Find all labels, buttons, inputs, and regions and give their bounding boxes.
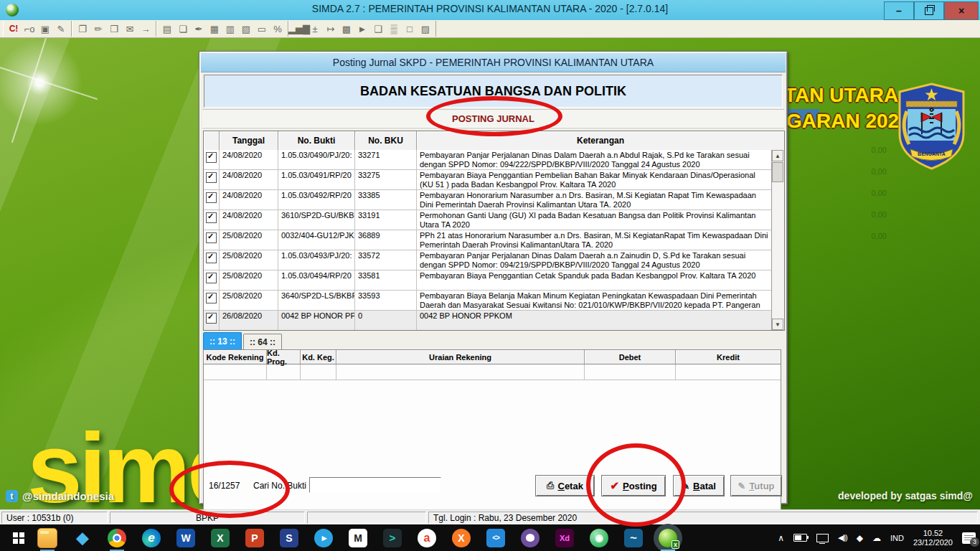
- copy-document-icon[interactable]: ❐: [75, 22, 90, 36]
- lock-icon[interactable]: ▣: [37, 22, 53, 36]
- journal-scrollbar[interactable]: ▲ ▼: [771, 150, 784, 330]
- row-checkbox[interactable]: [206, 152, 217, 163]
- table-icon[interactable]: ▒: [386, 22, 402, 36]
- taskbar-app-android-studio[interactable]: ◉: [590, 529, 608, 547]
- cardfile-icon[interactable]: ▥: [222, 22, 238, 36]
- export-icon[interactable]: ↦: [323, 22, 339, 36]
- chart-icon[interactable]: ▂▅▇: [291, 22, 307, 36]
- journal-row[interactable]: 24/08/2020 3610/SP2D-GU/BKBP 33191 Permo…: [204, 210, 772, 230]
- paste-icon[interactable]: ❒: [106, 22, 122, 36]
- column-header-check[interactable]: [204, 131, 220, 150]
- row-checkbox[interactable]: [206, 313, 217, 324]
- column-header-no-bku[interactable]: No. BKU: [355, 131, 417, 150]
- column-header-uraian-rekening[interactable]: Uraian Rekening: [336, 350, 585, 364]
- tab-13[interactable]: :: 13 ::: [203, 332, 242, 349]
- background-report-values: 0,000,000,000,000,00: [825, 146, 887, 253]
- ledger-icon[interactable]: ▩: [339, 22, 354, 36]
- column-header-kode-rekening[interactable]: Kode Rekening: [204, 350, 267, 364]
- taskbar-app-xd[interactable]: Xd: [555, 529, 574, 547]
- row-checkbox[interactable]: [206, 253, 217, 263]
- write-icon[interactable]: ✏: [90, 22, 106, 36]
- scroll-thumb[interactable]: [772, 162, 783, 182]
- column-header-debet[interactable]: Debet: [585, 350, 676, 364]
- scroll-up-button[interactable]: ▲: [772, 150, 783, 161]
- taskbar-app-powerpoint[interactable]: P: [245, 529, 264, 547]
- row-checkbox[interactable]: [206, 232, 217, 243]
- taskbar-app-mysql[interactable]: ~: [624, 529, 643, 547]
- journal-cell-no-bukti: 1.05.03/0494/RP/20: [278, 270, 355, 290]
- percent-icon[interactable]: %: [270, 22, 286, 36]
- row-checkbox[interactable]: [206, 293, 217, 303]
- journal-row[interactable]: 24/08/2020 1.05.03/0490/PJ/20: 33271 Pem…: [204, 150, 772, 170]
- speaker-icon[interactable]: ◀)): [838, 533, 847, 542]
- monitor-icon[interactable]: ▭: [254, 22, 270, 36]
- start-button[interactable]: [4, 524, 33, 551]
- dropbox-icon[interactable]: ◆: [857, 533, 863, 543]
- column-header-tanggal[interactable]: Tanggal: [220, 131, 278, 150]
- taskbar-app-xampp[interactable]: X: [452, 529, 471, 547]
- sign-document-icon[interactable]: ✒: [191, 22, 207, 36]
- row-checkbox[interactable]: [206, 172, 217, 183]
- column-header-kd-keg[interactable]: Kd. Keg.: [301, 350, 336, 364]
- annotation-circle-posting-button: [586, 443, 686, 527]
- taskbar-app-a[interactable]: a: [418, 529, 436, 547]
- display-icon[interactable]: □: [402, 22, 418, 36]
- search-no-bukti-input[interactable]: [309, 477, 441, 493]
- journal-cell-no-bku: 33275: [355, 170, 417, 189]
- row-checkbox[interactable]: [206, 192, 217, 203]
- scales-icon[interactable]: ±: [307, 22, 323, 36]
- taskbar-app-excel[interactable]: X: [211, 529, 230, 547]
- taskbar-app-vscode[interactable]: <>: [486, 529, 505, 547]
- taskbar-app-s[interactable]: S: [280, 529, 298, 547]
- taskbar-app-github[interactable]: [521, 529, 540, 547]
- restore-button[interactable]: [914, 1, 944, 20]
- journal-cell-tanggal: 25/08/2020: [220, 270, 278, 290]
- exit-icon[interactable]: C!: [6, 22, 22, 36]
- language-indicator[interactable]: IND: [890, 534, 904, 542]
- taskbar-app-photos[interactable]: ◆: [73, 529, 92, 547]
- journal-row[interactable]: 25/08/2020 0032/404-GU12/PJK, 36889 PPh …: [204, 230, 772, 250]
- key-icon[interactable]: ⌐o: [22, 22, 37, 36]
- column-header-kredit[interactable]: Kredit: [676, 350, 781, 364]
- calculator-icon[interactable]: ▧: [238, 22, 254, 36]
- journal-row[interactable]: 24/08/2020 1.05.03/0491/RP/20 33275 Pemb…: [204, 170, 772, 190]
- taskbar-app-simda[interactable]: [659, 529, 677, 547]
- journal-row[interactable]: 25/08/2020 1.05.03/0494/RP/20 33581 Pemb…: [204, 270, 772, 291]
- print-preview-icon[interactable]: ▤: [159, 22, 175, 36]
- close-button[interactable]: ×: [944, 1, 979, 20]
- notification-icon[interactable]: 3: [962, 532, 976, 544]
- journal-row[interactable]: 24/08/2020 1.05.03/0492/RP/20 33385 Pemb…: [204, 190, 772, 210]
- journal-row[interactable]: 26/08/2020 0042 BP HONOR PPK 0 0042 BP H…: [204, 311, 772, 330]
- minimize-button[interactable]: –: [884, 1, 914, 20]
- taskbar-app-devtool[interactable]: >: [383, 529, 402, 547]
- mail-icon[interactable]: ✉: [122, 22, 138, 36]
- tray-chevron-icon[interactable]: ∧: [778, 533, 784, 543]
- onedrive-icon[interactable]: ☁: [872, 533, 881, 543]
- row-checkbox[interactable]: [206, 212, 217, 223]
- copies-icon[interactable]: ❏: [175, 22, 191, 36]
- forward-arrow-icon[interactable]: →: [138, 22, 154, 36]
- row-checkbox[interactable]: [206, 273, 217, 283]
- clock[interactable]: 10.52 23/12/2020: [913, 529, 953, 547]
- taskbar-app-edge[interactable]: e: [142, 529, 161, 547]
- battery-icon[interactable]: [793, 534, 807, 542]
- journal-row[interactable]: 25/08/2020 3640/SP2D-LS/BKBP/ 33593 Pemb…: [204, 291, 772, 311]
- taskbar-app-manga[interactable]: M: [349, 529, 367, 547]
- network-icon[interactable]: [816, 534, 829, 542]
- tab-64[interactable]: :: 64 ::: [243, 334, 282, 349]
- column-header-kd-prog[interactable]: Kd. Prog.: [267, 350, 301, 364]
- taskbar-app-file-explorer[interactable]: [37, 528, 57, 548]
- journal-cell-check: [204, 150, 220, 169]
- tutup-button[interactable]: ✎ Tutup: [730, 475, 782, 496]
- taskbar-app-word[interactable]: W: [176, 529, 195, 547]
- send-icon[interactable]: ►: [354, 22, 370, 36]
- column-header-no-bukti[interactable]: No. Bukti: [278, 131, 355, 150]
- books-icon[interactable]: ❑: [370, 22, 386, 36]
- person-report-icon[interactable]: ▨: [418, 22, 433, 36]
- scroll-down-button[interactable]: ▼: [772, 319, 783, 330]
- drawer-icon[interactable]: ▦: [207, 22, 222, 36]
- edit-note-icon[interactable]: ✎: [53, 22, 69, 36]
- journal-row[interactable]: 25/08/2020 1.05.03/0493/PJ/20: 33572 Pem…: [204, 250, 772, 270]
- taskbar-app-chrome[interactable]: [108, 529, 126, 547]
- taskbar-app-telegram[interactable]: ▸: [314, 529, 333, 547]
